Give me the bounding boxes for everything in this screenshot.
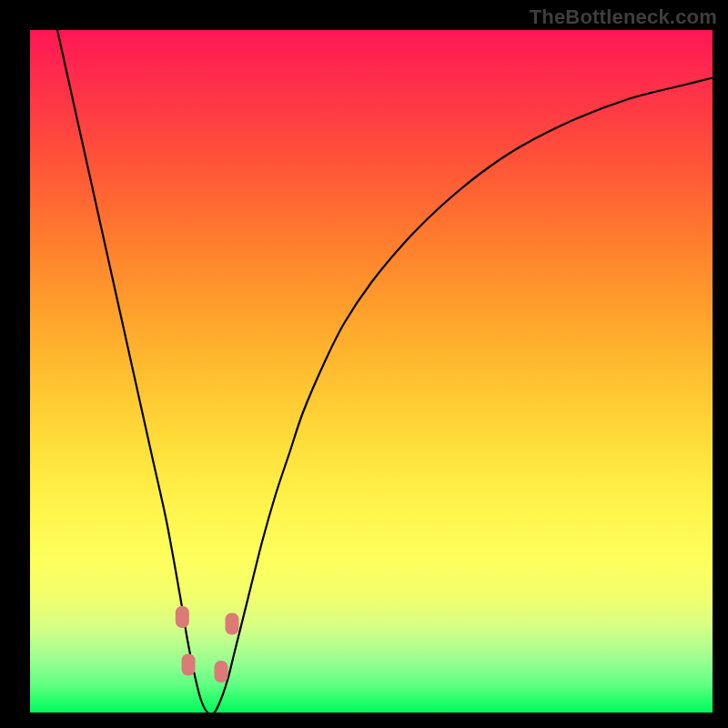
curve-path [57, 30, 713, 714]
curve-marker [226, 613, 239, 635]
curve-marker [215, 661, 228, 682]
plot-area [30, 30, 713, 713]
curve-marker [182, 654, 196, 676]
watermark-text: TheBottleneck.com [530, 5, 717, 29]
curve-marker [176, 606, 189, 628]
bottleneck-curve [30, 30, 713, 713]
chart-frame: TheBottleneck.com [0, 0, 728, 728]
